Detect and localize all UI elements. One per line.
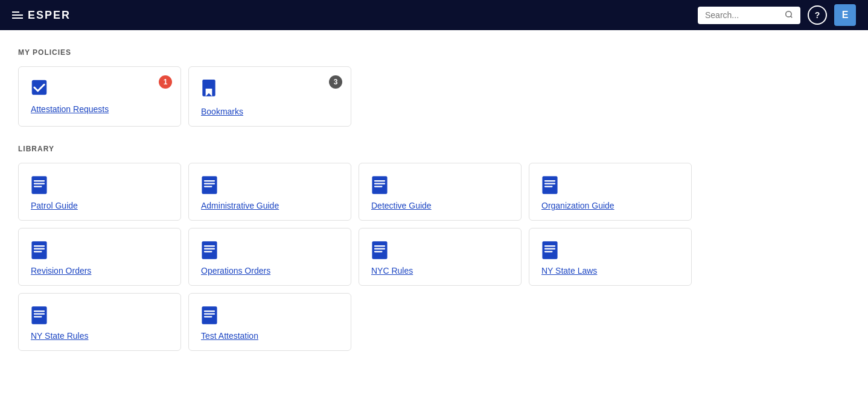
document-icon xyxy=(31,306,48,325)
document-icon xyxy=(201,241,218,260)
my-policies-grid: 1 Attestation Requests 3 xyxy=(18,66,850,127)
svg-rect-32 xyxy=(374,251,383,252)
svg-rect-26 xyxy=(204,245,215,247)
svg-rect-36 xyxy=(544,251,553,252)
svg-rect-15 xyxy=(374,183,385,184)
svg-rect-34 xyxy=(544,245,555,247)
svg-rect-38 xyxy=(34,310,45,312)
svg-rect-30 xyxy=(374,245,385,247)
logo: ESPER xyxy=(12,9,71,22)
svg-rect-14 xyxy=(374,180,385,181)
svg-rect-21 xyxy=(31,241,46,259)
card-test-attestation[interactable]: Test Attestation xyxy=(188,293,351,351)
svg-rect-37 xyxy=(31,306,46,324)
svg-rect-17 xyxy=(542,176,557,194)
svg-rect-12 xyxy=(204,186,212,187)
avatar[interactable]: E xyxy=(834,4,856,26)
document-icon xyxy=(31,241,48,260)
card-ny-state-laws[interactable]: NY State Laws xyxy=(529,228,692,286)
svg-rect-44 xyxy=(204,316,212,317)
document-icon xyxy=(371,175,388,195)
svg-rect-29 xyxy=(372,241,387,259)
svg-line-1 xyxy=(791,16,793,17)
svg-rect-19 xyxy=(544,183,555,184)
svg-rect-13 xyxy=(372,176,387,194)
svg-rect-24 xyxy=(34,251,42,252)
card-detective-guide[interactable]: Detective Guide xyxy=(359,163,522,221)
svg-rect-11 xyxy=(204,183,215,184)
svg-rect-35 xyxy=(544,248,555,250)
svg-rect-7 xyxy=(34,183,45,184)
card-nyc-rules[interactable]: NYC Rules xyxy=(359,228,522,286)
bookmarks-label[interactable]: Bookmarks xyxy=(201,107,339,116)
library-section: LIBRARY Patrol Guide xyxy=(18,145,850,351)
svg-rect-43 xyxy=(204,314,215,315)
header-actions: ? E xyxy=(698,4,856,26)
svg-rect-20 xyxy=(544,186,553,187)
document-icon xyxy=(371,241,388,260)
my-policies-title: MY POLICIES xyxy=(18,48,850,57)
svg-rect-27 xyxy=(204,248,215,250)
svg-rect-28 xyxy=(204,251,212,252)
document-icon xyxy=(201,175,218,195)
revision-orders-label[interactable]: Revision Orders xyxy=(31,266,168,276)
svg-rect-41 xyxy=(202,306,217,324)
svg-rect-6 xyxy=(34,180,45,181)
card-operations-orders[interactable]: Operations Orders xyxy=(188,228,351,286)
logo-area: ESPER xyxy=(12,9,71,22)
document-icon xyxy=(541,241,558,260)
patrol-guide-label[interactable]: Patrol Guide xyxy=(31,201,168,210)
card-revision-orders[interactable]: Revision Orders xyxy=(18,228,181,286)
svg-point-0 xyxy=(786,11,791,16)
organization-guide-label[interactable]: Organization Guide xyxy=(541,201,679,210)
library-grid: Patrol Guide Administrative Guide xyxy=(18,163,850,351)
svg-rect-8 xyxy=(34,186,42,187)
app-header: ESPER ? E xyxy=(0,0,868,30)
document-icon xyxy=(31,175,48,195)
main-content: MY POLICIES 1 Attestation Requests 3 xyxy=(0,30,868,416)
logo-icon xyxy=(12,11,23,19)
help-button[interactable]: ? xyxy=(808,5,827,25)
svg-rect-10 xyxy=(204,180,215,181)
search-input[interactable] xyxy=(705,10,780,20)
card-bookmarks[interactable]: 3 Bookmarks xyxy=(188,66,351,127)
logo-text: ESPER xyxy=(28,9,71,22)
svg-rect-18 xyxy=(544,180,555,181)
search-icon xyxy=(785,10,793,20)
card-ny-state-rules[interactable]: NY State Rules xyxy=(18,293,181,351)
administrative-guide-label[interactable]: Administrative Guide xyxy=(201,201,339,210)
ny-state-rules-label[interactable]: NY State Rules xyxy=(31,331,168,341)
attestation-requests-label[interactable]: Attestation Requests xyxy=(31,104,168,114)
svg-rect-25 xyxy=(202,241,217,259)
operations-orders-label[interactable]: Operations Orders xyxy=(201,266,339,276)
card-attestation-requests[interactable]: 1 Attestation Requests xyxy=(18,66,181,127)
library-title: LIBRARY xyxy=(18,145,850,153)
svg-rect-31 xyxy=(374,248,385,250)
card-organization-guide[interactable]: Organization Guide xyxy=(529,163,692,221)
card-patrol-guide[interactable]: Patrol Guide xyxy=(18,163,181,221)
svg-rect-5 xyxy=(31,176,46,194)
svg-rect-39 xyxy=(34,314,45,315)
search-box[interactable] xyxy=(698,7,800,24)
my-policies-section: MY POLICIES 1 Attestation Requests 3 xyxy=(18,48,850,127)
document-icon xyxy=(201,306,218,325)
card-administrative-guide[interactable]: Administrative Guide xyxy=(188,163,351,221)
svg-rect-40 xyxy=(34,316,42,317)
svg-rect-23 xyxy=(34,248,45,250)
bookmarks-badge: 3 xyxy=(329,75,342,89)
svg-rect-16 xyxy=(374,186,383,187)
bookmark-icon xyxy=(201,79,339,101)
attestation-badge: 1 xyxy=(159,75,172,89)
svg-rect-3 xyxy=(202,80,215,96)
svg-rect-33 xyxy=(542,241,557,259)
test-attestation-label[interactable]: Test Attestation xyxy=(201,331,339,341)
ny-state-laws-label[interactable]: NY State Laws xyxy=(541,266,679,276)
document-icon xyxy=(541,175,558,195)
svg-rect-22 xyxy=(34,245,45,247)
detective-guide-label[interactable]: Detective Guide xyxy=(371,201,509,210)
checkbox-icon xyxy=(31,79,168,98)
nyc-rules-label[interactable]: NYC Rules xyxy=(371,266,509,276)
svg-rect-42 xyxy=(204,310,215,312)
svg-rect-9 xyxy=(202,176,217,194)
